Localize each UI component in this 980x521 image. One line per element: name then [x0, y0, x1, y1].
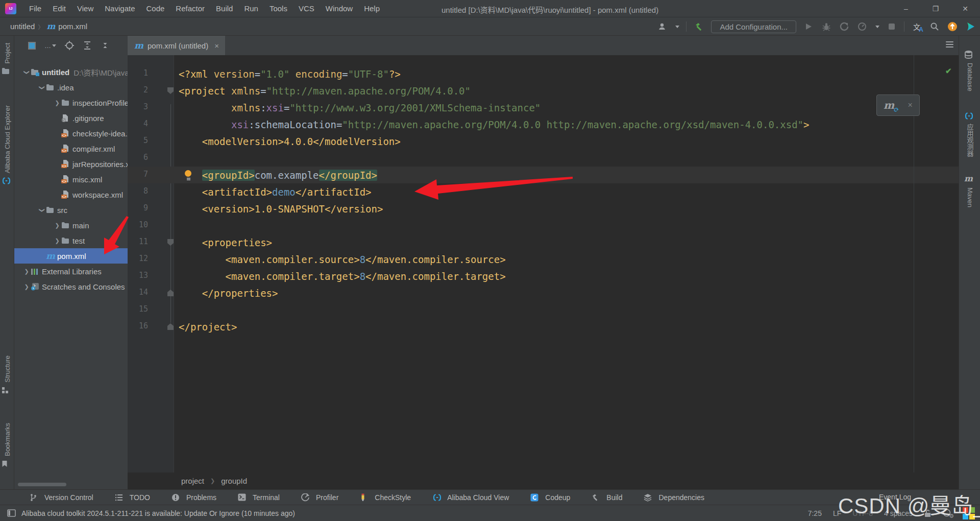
maximize-button[interactable]: ❐: [921, 0, 950, 17]
chevron-down-icon[interactable]: [675, 26, 679, 28]
tool-button-profiler[interactable]: Profiler: [301, 493, 338, 502]
close-icon[interactable]: ×: [908, 101, 913, 110]
stripe-button-alibaba-cloud-explorer[interactable]: Alibaba Cloud Explorer: [0, 105, 14, 184]
menu-vcs[interactable]: VCS: [293, 4, 320, 13]
tree-item-compiler-xml[interactable]: <>compiler.xml: [14, 141, 128, 156]
project-view-selector-icon[interactable]: [28, 42, 36, 50]
tree-item-checkstyle-idea-xml[interactable]: <>checkstyle-idea.xml: [14, 126, 128, 141]
chevron-right-icon[interactable]: ❯: [53, 100, 61, 106]
chevron-right-icon[interactable]: ❯: [22, 283, 31, 290]
tree-item--gitignore[interactable]: .gitignore: [14, 110, 128, 126]
code-line-4[interactable]: 4 xsi:schemaLocation="http://maven.apach…: [128, 116, 959, 133]
breadcrumb-project[interactable]: untitled: [10, 22, 35, 31]
menu-navigate[interactable]: Navigate: [99, 4, 140, 13]
code-line-2[interactable]: 2<project xmlns="http://maven.apache.org…: [128, 82, 959, 99]
tool-button-terminal[interactable]: Terminal: [238, 493, 280, 502]
chevron-right-icon[interactable]: ❯: [22, 268, 31, 275]
stripe-button-bookmarks[interactable]: Bookmarks: [0, 423, 14, 467]
debug-icon[interactable]: [821, 21, 832, 32]
tool-button-alibaba-cloud-view[interactable]: Alibaba Cloud View: [432, 493, 509, 502]
tree-item-inspectionprofiles[interactable]: ❯inspectionProfiles: [14, 95, 128, 110]
caret-position[interactable]: 7:25: [808, 509, 822, 517]
chevron-right-icon[interactable]: ❯: [53, 222, 61, 229]
translate-icon[interactable]: 文 A: [911, 21, 922, 32]
tree-item-external-libraries[interactable]: ❯External Libraries: [14, 264, 128, 279]
menu-help[interactable]: Help: [358, 4, 385, 13]
fold-marker-close-icon[interactable]: [167, 290, 174, 296]
menu-run[interactable]: Run: [238, 4, 264, 13]
code-line-6[interactable]: 6: [128, 150, 959, 167]
intention-bulb-icon[interactable]: [185, 170, 192, 179]
menu-code[interactable]: Code: [140, 4, 170, 13]
code-line-1[interactable]: 1<?xml version="1.0" encoding="UTF-8"?>: [128, 65, 959, 82]
tool-button-codeup[interactable]: Codeup: [530, 493, 570, 502]
stripe-button-maven[interactable]: mMaven: [959, 174, 980, 207]
tool-button-problems[interactable]: Problems: [172, 493, 216, 502]
cloud-play-icon[interactable]: [965, 21, 976, 32]
breadcrumb-file[interactable]: pom.xml: [58, 22, 87, 31]
code-line-13[interactable]: 13 <maven.compiler.target>8</maven.compi…: [128, 268, 959, 285]
collapse-all-icon[interactable]: [101, 41, 110, 50]
chevron-down-icon[interactable]: ❯: [23, 68, 30, 76]
fold-marker-open-icon[interactable]: [167, 239, 174, 246]
coverage-icon[interactable]: [839, 21, 850, 32]
tree-item-untitled[interactable]: ❯untitledD:\资料\MD\java\代码\ruoyi\untitled: [14, 64, 128, 80]
status-message[interactable]: Alibaba cloud toolkit 2024.5.1-211-221 i…: [21, 509, 295, 517]
tab-options-icon[interactable]: [946, 41, 953, 49]
tree-item--idea[interactable]: ❯.idea: [14, 80, 128, 95]
build-hammer-icon[interactable]: [693, 21, 704, 32]
menu-tools[interactable]: Tools: [264, 4, 293, 13]
code-line-8[interactable]: 8 <artifactId>demo</artifactId>: [128, 183, 959, 200]
code-line-11[interactable]: 11 <properties>: [128, 234, 959, 251]
chevron-down-icon[interactable]: ❯: [39, 206, 45, 214]
tool-button-todo[interactable]: TODO: [115, 493, 150, 502]
tab-pom-xml[interactable]: m pom.xml (untitled) ×: [128, 36, 225, 55]
code-line-12[interactable]: 12 <maven.compiler.source>8</maven.compi…: [128, 251, 959, 268]
stripe-button-structure[interactable]: Structure: [0, 356, 14, 394]
code-editor[interactable]: 1<?xml version="1.0" encoding="UTF-8"?>2…: [128, 55, 959, 472]
code-line-14[interactable]: 14 </properties>: [128, 285, 959, 301]
code-line-3[interactable]: 3 xmlns:xsi="http://www.w3.org/2001/XMLS…: [128, 99, 959, 116]
close-tab-icon[interactable]: ×: [214, 41, 219, 50]
code-line-16[interactable]: 16</project>: [128, 318, 959, 335]
view-options-icon[interactable]: …: [44, 42, 56, 50]
stripe-button-project[interactable]: Project: [0, 43, 14, 75]
tree-item-misc-xml[interactable]: <>misc.xml: [14, 172, 128, 187]
code-line-7[interactable]: 7 <groupId>com.example</groupId>: [128, 167, 959, 183]
search-icon[interactable]: [929, 21, 940, 32]
upload-icon[interactable]: [947, 21, 958, 32]
tree-item-test[interactable]: ❯test: [14, 233, 128, 248]
chevron-right-icon[interactable]: ❯: [53, 238, 61, 244]
user-account-icon[interactable]: [656, 21, 668, 32]
code-line-15[interactable]: 15: [128, 301, 959, 318]
tree-item-workspace-xml[interactable]: <>workspace.xml: [14, 187, 128, 202]
stripe-button-database[interactable]: Database: [959, 50, 980, 91]
menu-view[interactable]: View: [71, 4, 99, 13]
fold-marker-close-icon[interactable]: [167, 323, 174, 330]
horizontal-scrollbar[interactable]: [18, 483, 66, 486]
menu-refactor[interactable]: Refactor: [170, 4, 210, 13]
code-line-5[interactable]: 5 <modelVersion>4.0.0</modelVersion>: [128, 133, 959, 150]
tool-button-version-control[interactable]: Version Control: [30, 493, 93, 502]
menu-file[interactable]: File: [23, 4, 47, 13]
fold-marker-open-icon[interactable]: [167, 87, 174, 94]
tree-item-pom-xml[interactable]: mpom.xml: [14, 248, 128, 264]
locate-file-icon[interactable]: [65, 41, 74, 50]
tool-button-dependencies[interactable]: Dependencies: [644, 493, 704, 502]
tree-item-jarrepositories-xml[interactable]: <>jarRepositories.xml: [14, 156, 128, 172]
tool-window-toggle-icon[interactable]: [7, 509, 16, 517]
minimize-button[interactable]: –: [891, 0, 921, 17]
add-configuration-button[interactable]: Add Configuration...: [711, 20, 796, 33]
menu-build[interactable]: Build: [210, 4, 238, 13]
code-line-9[interactable]: 9 <version>1.0-SNAPSHOT</version>: [128, 200, 959, 217]
breadcrumb-groupid-tag[interactable]: groupId: [221, 477, 247, 485]
code-line-10[interactable]: 10: [128, 217, 959, 234]
chevron-down-icon[interactable]: [875, 26, 879, 28]
expand-all-icon[interactable]: [83, 41, 92, 50]
menu-window[interactable]: Window: [320, 4, 358, 13]
stripe-button--[interactable]: 应用观测器: [959, 112, 980, 157]
close-button[interactable]: ✕: [950, 0, 980, 17]
profiler-icon[interactable]: [856, 21, 868, 32]
tree-item-main[interactable]: ❯main: [14, 218, 128, 233]
menu-edit[interactable]: Edit: [47, 4, 71, 13]
